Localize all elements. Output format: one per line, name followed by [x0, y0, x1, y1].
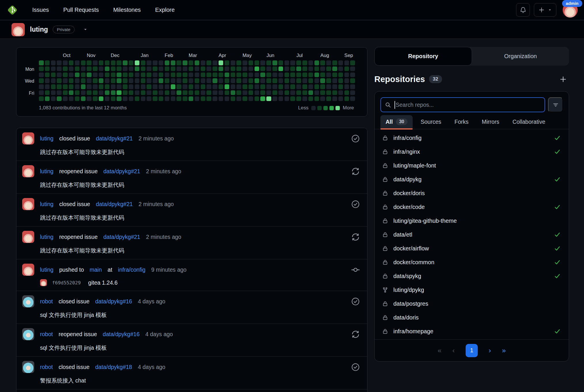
heatmap-cell[interactable]: [189, 66, 194, 71]
heatmap-cell[interactable]: [344, 60, 349, 65]
heatmap-cell[interactable]: [39, 90, 44, 95]
heatmap-cell[interactable]: [75, 78, 80, 83]
heatmap-cell[interactable]: [296, 73, 301, 77]
feed-user-link[interactable]: robot: [40, 331, 53, 338]
heatmap-cell[interactable]: [201, 60, 206, 65]
heatmap-cell[interactable]: [45, 96, 50, 101]
heatmap-cell[interactable]: [236, 73, 241, 77]
nav-link-explore[interactable]: Explore: [155, 7, 175, 13]
heatmap-cell[interactable]: [278, 78, 283, 83]
heatmap-cell[interactable]: [278, 60, 283, 65]
heatmap-cell[interactable]: [183, 84, 187, 89]
heatmap-cell[interactable]: [123, 84, 128, 89]
feed-branch-link[interactable]: main: [90, 267, 102, 273]
heatmap-cell[interactable]: [225, 73, 230, 77]
heatmap-cell[interactable]: [117, 96, 122, 101]
heatmap-cell[interactable]: [63, 78, 68, 83]
heatmap-cell[interactable]: [165, 90, 170, 95]
heatmap-cell[interactable]: [302, 78, 307, 83]
heatmap-cell[interactable]: [123, 78, 128, 83]
heatmap-cell[interactable]: [147, 84, 151, 89]
heatmap-cell[interactable]: [87, 60, 92, 65]
heatmap-cell[interactable]: [51, 96, 56, 101]
heatmap-cell[interactable]: [242, 60, 247, 65]
heatmap-cell[interactable]: [225, 90, 230, 95]
heatmap-cell[interactable]: [225, 96, 230, 101]
heatmap-cell[interactable]: [219, 66, 223, 71]
heatmap-cell[interactable]: [255, 96, 259, 101]
heatmap-cell[interactable]: [171, 78, 176, 83]
heatmap-cell[interactable]: [302, 60, 307, 65]
repo-name-link[interactable]: data/doris: [393, 314, 419, 321]
create-new-button[interactable]: [534, 3, 556, 17]
heatmap-cell[interactable]: [123, 90, 128, 95]
heatmap-cell[interactable]: [260, 84, 265, 89]
heatmap-cell[interactable]: [231, 60, 236, 65]
feed-user-link[interactable]: luting: [40, 168, 54, 175]
heatmap-cell[interactable]: [266, 90, 271, 95]
heatmap-cell[interactable]: [189, 73, 194, 77]
heatmap-cell[interactable]: [320, 96, 325, 101]
heatmap-cell[interactable]: [219, 78, 223, 83]
heatmap-cell[interactable]: [314, 66, 319, 71]
heatmap-cell[interactable]: [326, 73, 331, 77]
heatmap-cell[interactable]: [236, 96, 241, 101]
heatmap-cell[interactable]: [135, 78, 140, 83]
heatmap-cell[interactable]: [51, 60, 56, 65]
heatmap-cell[interactable]: [296, 90, 301, 95]
feed-repo-link[interactable]: infra/config: [118, 267, 145, 273]
heatmap-cell[interactable]: [39, 96, 44, 101]
heatmap-cell[interactable]: [302, 84, 307, 89]
heatmap-cell[interactable]: [141, 84, 146, 89]
heatmap-cell[interactable]: [338, 84, 343, 89]
heatmap-cell[interactable]: [69, 90, 74, 95]
heatmap-cell[interactable]: [249, 96, 253, 101]
heatmap-cell[interactable]: [206, 78, 211, 83]
heatmap-cell[interactable]: [39, 60, 44, 65]
heatmap-cell[interactable]: [242, 78, 247, 83]
heatmap-cell[interactable]: [326, 96, 331, 101]
heatmap-cell[interactable]: [69, 60, 74, 65]
heatmap-cell[interactable]: [99, 84, 104, 89]
heatmap-cell[interactable]: [183, 90, 187, 95]
repo-row[interactable]: data/etl: [375, 228, 569, 241]
heatmap-cell[interactable]: [201, 78, 206, 83]
heatmap-cell[interactable]: [141, 73, 146, 77]
heatmap-cell[interactable]: [129, 90, 134, 95]
heatmap-cell[interactable]: [213, 66, 217, 71]
heatmap-cell[interactable]: [87, 90, 92, 95]
heatmap-cell[interactable]: [183, 78, 187, 83]
heatmap-cell[interactable]: [260, 60, 265, 65]
heatmap-cell[interactable]: [308, 84, 313, 89]
heatmap-cell[interactable]: [111, 96, 116, 101]
feed-repo-link[interactable]: data/dpykg#18: [95, 364, 132, 370]
heatmap-cell[interactable]: [129, 66, 134, 71]
heatmap-cell[interactable]: [105, 78, 110, 83]
repo-row[interactable]: luting/dpykg: [375, 283, 569, 297]
heatmap-cell[interactable]: [57, 78, 62, 83]
heatmap-cell[interactable]: [350, 66, 355, 71]
heatmap-cell[interactable]: [105, 66, 110, 71]
heatmap-cell[interactable]: [255, 90, 259, 95]
heatmap-cell[interactable]: [320, 73, 325, 77]
repo-name-link[interactable]: docker/code: [393, 204, 425, 210]
heatmap-cell[interactable]: [290, 73, 295, 77]
heatmap-cell[interactable]: [75, 90, 80, 95]
repo-row[interactable]: data/doris: [375, 311, 569, 324]
heatmap-cell[interactable]: [195, 84, 200, 89]
heatmap-cell[interactable]: [57, 66, 62, 71]
heatmap-cell[interactable]: [308, 90, 313, 95]
repo-row[interactable]: data/dpykg: [375, 172, 569, 186]
heatmap-cell[interactable]: [272, 66, 277, 71]
heatmap-cell[interactable]: [165, 78, 170, 83]
profile-avatar[interactable]: [12, 23, 25, 36]
heatmap-cell[interactable]: [87, 96, 92, 101]
heatmap-cell[interactable]: [206, 60, 211, 65]
heatmap-cell[interactable]: [206, 73, 211, 77]
feed-user-avatar[interactable]: [22, 361, 34, 373]
heatmap-cell[interactable]: [171, 66, 176, 71]
heatmap-cell[interactable]: [314, 84, 319, 89]
heatmap-cell[interactable]: [123, 66, 128, 71]
heatmap-cell[interactable]: [242, 66, 247, 71]
heatmap-cell[interactable]: [129, 78, 134, 83]
